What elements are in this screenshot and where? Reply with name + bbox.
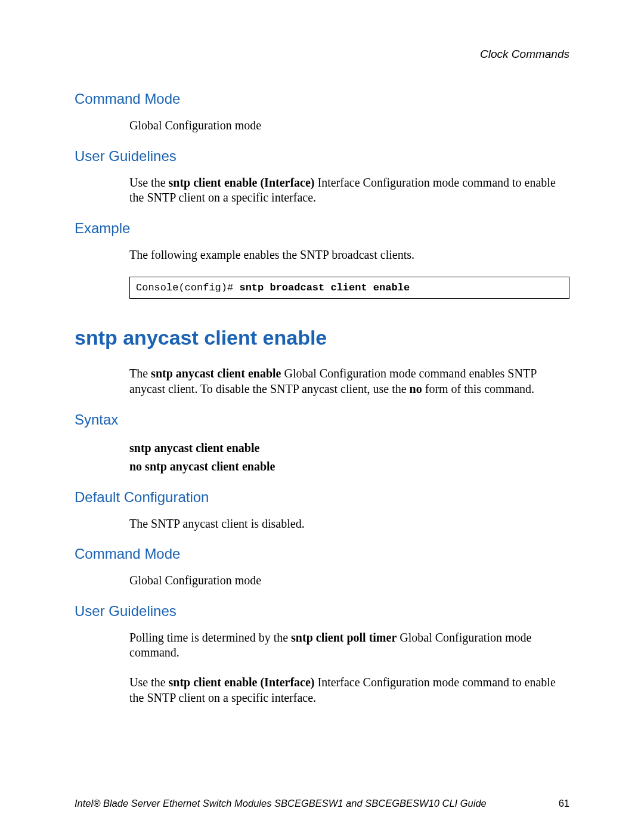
syntax-line-2: no sntp anycast client enable [129,457,569,476]
syntax-block: sntp anycast client enable no sntp anyca… [129,439,569,476]
syntax-line-1: sntp anycast client enable [129,439,569,457]
text: Use the [129,176,169,189]
body-command-mode-2: Global Configuration mode [129,573,569,589]
text: Polling time is determined by the [129,631,291,644]
heading-user-guidelines-2: User Guidelines [75,603,569,620]
page-header-section: Clock Commands [75,48,569,61]
body-command-mode-1: Global Configuration mode [129,118,569,134]
code-command: sntp broadcast client enable [239,282,410,293]
text-bold: sntp client poll timer [291,631,397,644]
command-intro: The sntp anycast client enable Global Co… [129,366,569,397]
code-example: Console(config)# sntp broadcast client e… [129,277,569,299]
body-example: The following example enables the SNTP b… [129,247,569,263]
heading-example: Example [75,220,569,237]
body-user-guidelines-1: Use the sntp client enable (Interface) I… [129,175,569,206]
text-bold: no [410,382,422,395]
heading-command-mode-1: Command Mode [75,91,569,107]
body-default-configuration: The SNTP anycast client is disabled. [129,516,569,532]
heading-default-configuration: Default Configuration [75,489,569,506]
body-user-guidelines-2a: Polling time is determined by the sntp c… [129,630,569,661]
heading-syntax: Syntax [75,411,569,428]
text-bold: sntp client enable (Interface) [169,176,315,189]
text: Use the [129,676,169,689]
body-user-guidelines-2b: Use the sntp client enable (Interface) I… [129,675,569,705]
text-bold: sntp client enable (Interface) [169,676,315,689]
page: Clock Commands Command Mode Global Confi… [0,0,644,833]
text: The [129,367,151,380]
command-title: sntp anycast client enable [75,326,569,349]
footer-guide-title: Intel® Blade Server Ethernet Switch Modu… [75,798,487,809]
heading-command-mode-2: Command Mode [75,546,569,562]
footer-page-number: 61 [559,798,569,809]
page-footer: Intel® Blade Server Ethernet Switch Modu… [0,798,644,809]
text: form of this command. [422,382,534,395]
code-prompt: Console(config)# [136,282,239,293]
heading-user-guidelines-1: User Guidelines [75,148,569,165]
text-bold: sntp anycast client enable [151,367,281,380]
